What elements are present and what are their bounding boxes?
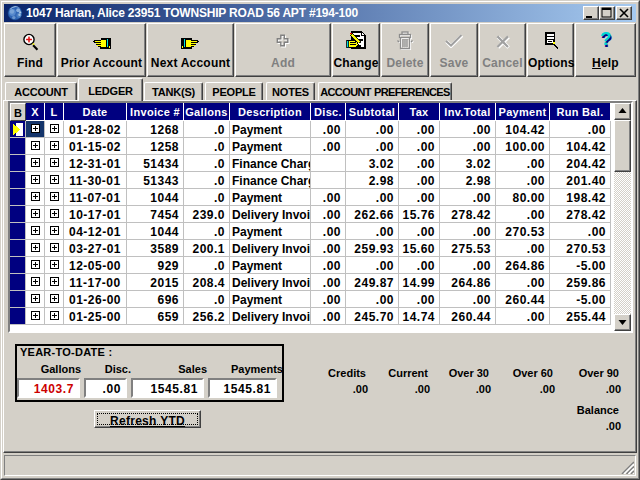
svg-text:?: ? xyxy=(599,30,611,49)
